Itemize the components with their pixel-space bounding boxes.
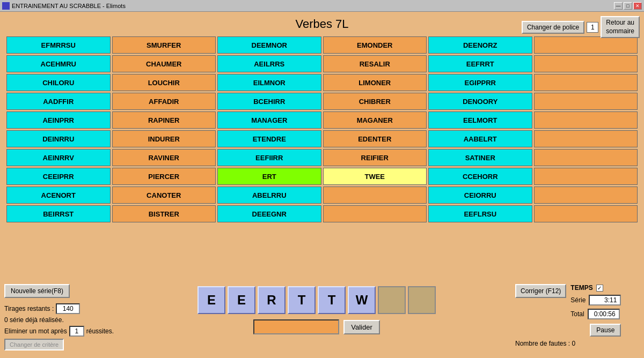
temps-section: TEMPS ✓ Série 3:11 Total 0:00:56 Pause (570, 284, 621, 337)
answer-row: Valider (253, 319, 380, 334)
serie-label: 0 série déjà réalisée. (4, 316, 122, 324)
letter-tile (408, 286, 436, 314)
right-panel: Corriger (F12) TEMPS ✓ Série 3:11 Total … (511, 284, 640, 347)
word-cell: TWEE (323, 168, 427, 185)
word-cell: BEIRRST (6, 205, 111, 222)
answer-input[interactable] (253, 319, 339, 334)
letter-tile: T (318, 286, 346, 314)
word-cell: ETENDRE (217, 130, 321, 147)
word-cell: AFFADIR (112, 93, 216, 110)
word-cell: DENOORY (428, 93, 532, 110)
total-time-label: Total (570, 310, 584, 318)
word-cell: CEIORRU (428, 187, 532, 204)
word-cell (534, 74, 638, 91)
changer-critere-button[interactable]: Changer de critère (4, 339, 64, 350)
tiles-row: EERTTW (197, 286, 436, 314)
pause-button[interactable]: Pause (590, 324, 621, 337)
word-cell: LOUCHIR (112, 74, 216, 91)
total-time-row: Total 0:00:56 (570, 309, 621, 319)
word-cell (534, 168, 638, 185)
elim-row: Eliminer un mot après réussites. (4, 326, 122, 337)
word-cell (534, 149, 638, 166)
word-cell (534, 111, 638, 129)
word-cell: BISTRER (112, 205, 216, 222)
word-cell: DEENORZ (428, 36, 532, 54)
word-cell: CCEHORR (428, 168, 532, 185)
fautes-row: Nombre de fautes : 0 (515, 340, 575, 347)
tirages-row: Tirages restants : (4, 303, 122, 314)
app-icon (2, 2, 10, 10)
word-cell: CEEIPRR (6, 168, 111, 185)
total-time-display: 0:00:56 (588, 309, 620, 319)
letter-tile: E (228, 286, 255, 314)
sommaire-button[interactable]: Retour ausommaire (601, 16, 640, 38)
serie-time-display: 3:11 (589, 295, 621, 305)
right-top: Corriger (F12) TEMPS ✓ Série 3:11 Total … (515, 284, 640, 337)
title-bar-controls: — □ ✕ (614, 2, 642, 10)
word-cell: RESALIR (323, 55, 427, 72)
word-cell (323, 205, 427, 222)
word-cell (534, 93, 638, 110)
elim-suffix: réussites. (86, 327, 114, 335)
temps-row: TEMPS ✓ (570, 284, 621, 292)
change-police-button[interactable]: Changer de police (522, 21, 584, 34)
word-cell: CANOTER (112, 187, 216, 204)
word-cell: EELMORT (428, 111, 532, 129)
letter-tile: W (348, 286, 376, 314)
maximize-button[interactable]: □ (624, 2, 632, 10)
main-content: Verbes 7L Changer de police Retour ausom… (0, 12, 644, 358)
word-cell: EDENTER (323, 130, 427, 147)
close-button[interactable]: ✕ (633, 2, 642, 10)
word-cell: AADFFIR (6, 93, 111, 110)
word-cell (534, 55, 638, 72)
elim-label: Eliminer un mot après (4, 327, 67, 335)
center-panel: EERTTW Valider (122, 284, 511, 334)
word-cell: RAPINER (112, 111, 216, 129)
word-cell: AABELRT (428, 130, 532, 147)
police-number-input[interactable] (587, 22, 598, 33)
word-cell: INDURER (112, 130, 216, 147)
letter-tile: T (288, 286, 316, 314)
fautes-label: Nombre de fautes : (515, 340, 570, 347)
word-grid: EFMRRSUSMURFERDEEMNOREMONDERDEENORZACEHM… (2, 36, 642, 222)
temps-checkbox[interactable]: ✓ (596, 285, 603, 292)
word-cell: EEFIIRR (217, 149, 321, 166)
fautes-value: 0 (572, 340, 575, 347)
word-cell: SMURFER (112, 36, 216, 54)
word-cell (534, 130, 638, 147)
minimize-button[interactable]: — (614, 2, 623, 10)
left-panel: Nouvelle série(F8) Tirages restants : 0 … (4, 284, 122, 350)
letter-tile: R (258, 286, 286, 314)
valider-button[interactable]: Valider (343, 320, 380, 334)
word-cell (534, 205, 638, 222)
word-cell: RAVINER (112, 149, 216, 166)
word-cell (534, 187, 638, 204)
serie-time-label: Série (570, 296, 586, 304)
word-cell: EEFRRT (428, 55, 532, 72)
word-cell: SATINER (428, 149, 532, 166)
title-bar-text: ENTRAINEMENT AU SCRABBLE - Elimots (12, 3, 126, 9)
word-cell: EEFLRSU (428, 205, 532, 222)
tirages-input[interactable] (56, 303, 80, 314)
word-cell: DEEMNOR (217, 36, 321, 54)
word-cell (534, 36, 638, 54)
word-cell: CHILORU (6, 74, 111, 91)
bottom-area: Nouvelle série(F8) Tirages restants : 0 … (0, 284, 644, 354)
word-cell: EGIPPRR (428, 74, 532, 91)
word-cell: AEINPRR (6, 111, 111, 129)
title-bar: ENTRAINEMENT AU SCRABBLE - Elimots — □ ✕ (0, 0, 644, 12)
word-cell: ABELRRU (217, 187, 321, 204)
temps-label: TEMPS (570, 284, 592, 292)
word-cell: EFMRRSU (6, 36, 111, 54)
serie-time-row: Série 3:11 (570, 295, 621, 305)
word-cell: ACENORT (6, 187, 111, 204)
word-cell: EILMNOR (217, 74, 321, 91)
corriger-button[interactable]: Corriger (F12) (515, 284, 566, 298)
word-cell: MAGANER (323, 111, 427, 129)
elim-input[interactable] (69, 326, 84, 337)
word-cell: ACEHMRU (6, 55, 111, 72)
word-cell: PIERCER (112, 168, 216, 185)
word-cell: EMONDER (323, 36, 427, 54)
word-cell: REIFIER (323, 149, 427, 166)
nouvelle-serie-button[interactable]: Nouvelle série(F8) (4, 284, 70, 298)
